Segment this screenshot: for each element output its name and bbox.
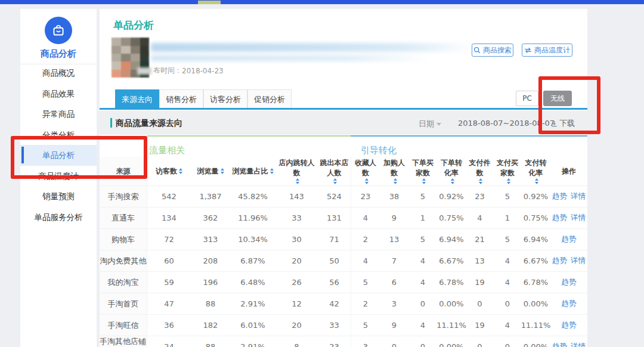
- value-cell: 6.67%: [437, 250, 466, 271]
- convert-group-line: [351, 135, 587, 137]
- source-cell: 手淘旺信: [100, 315, 147, 336]
- value-cell: 0.00%: [521, 336, 550, 347]
- sidebar-item-single-item-analysis[interactable]: 单品分析: [20, 145, 97, 166]
- value-cell: 0.00%: [521, 293, 550, 314]
- value-cell: 47: [147, 293, 191, 314]
- pc-toggle[interactable]: PC: [516, 91, 538, 106]
- source-cell: 我的淘宝: [100, 272, 147, 293]
- detail-link[interactable]: 详情: [571, 191, 586, 202]
- release-time-label: 布时间：: [153, 66, 182, 76]
- value-cell: 10.34%: [230, 229, 275, 250]
- sidebar-item-single-item-service[interactable]: 单品服务分析: [20, 207, 97, 228]
- action-cell: 趋势详情: [550, 250, 587, 271]
- value-cell: 0.00%: [437, 336, 466, 347]
- table-header-cells: 来源访客数浏览量浏览量占比店内跳转人数跳出本店人数收藏人数加购人数下单买家数下单…: [100, 157, 587, 185]
- detail-link[interactable]: 详情: [571, 213, 586, 223]
- trend-link[interactable]: 趋势: [552, 213, 567, 223]
- trend-link[interactable]: 趋势: [552, 256, 567, 266]
- value-cell: 2: [351, 229, 380, 250]
- tab-visitor-analysis[interactable]: 访客分析: [203, 89, 247, 108]
- column-header-4[interactable]: 店内跳转人数: [275, 157, 318, 185]
- sidebar-item-sales-forecast[interactable]: 销量预测: [20, 186, 97, 207]
- trend-link[interactable]: 趋势: [562, 234, 577, 244]
- value-cell: 542: [147, 186, 191, 207]
- value-cell: 6.01%: [230, 315, 275, 336]
- product-thermometer-button[interactable]: 商品温度计: [522, 44, 572, 57]
- trend-link[interactable]: 趋势: [562, 277, 577, 287]
- action-cell: 趋势详情: [550, 207, 587, 228]
- value-cell: 13: [380, 229, 408, 250]
- value-cell: 9: [380, 315, 408, 336]
- source-cell: 手淘首页: [100, 293, 147, 314]
- value-cell: 0.75%: [437, 207, 466, 228]
- value-cell: 38: [380, 186, 408, 207]
- download-button[interactable]: 下载: [551, 118, 575, 129]
- value-cell: 36: [147, 315, 191, 336]
- action-cell: 趋势详情: [550, 186, 587, 207]
- value-cell: 72: [147, 229, 191, 250]
- sidebar-item-product-overview[interactable]: 商品概况: [20, 63, 97, 83]
- value-cell: 6.87%: [230, 250, 275, 271]
- column-header-11[interactable]: 支付买家数: [494, 157, 521, 185]
- value-cell: 0: [494, 336, 521, 347]
- detail-link[interactable]: 详情: [571, 342, 586, 347]
- sort-arrows-icon: [221, 168, 224, 174]
- value-cell: 60: [147, 250, 191, 271]
- value-cell: 19: [466, 315, 494, 336]
- value-cell: 4: [466, 207, 494, 228]
- column-header-6[interactable]: 收藏人数: [351, 157, 380, 185]
- value-cell: 4: [408, 250, 437, 271]
- trend-link[interactable]: 趋势: [552, 342, 567, 347]
- column-header-10[interactable]: 支付件数: [466, 157, 494, 185]
- column-header-9[interactable]: 下单转化率: [437, 157, 466, 185]
- column-header-1[interactable]: 访客数: [147, 157, 191, 185]
- value-cell: 5: [408, 229, 437, 250]
- source-cell: 手淘其他店铺商品: [100, 336, 147, 347]
- section-accent-bar: [110, 118, 112, 128]
- value-cell: 19: [466, 272, 494, 293]
- date-range-value[interactable]: 2018-08-07~2018-08-07: [458, 119, 555, 128]
- value-cell: 1: [408, 207, 437, 228]
- column-header-12[interactable]: 支付转化率: [521, 157, 550, 185]
- table-row: 手淘其他店铺商品24882.91%8233000.00%000.00%趋势详情: [100, 336, 587, 347]
- sidebar-item-abnormal-products[interactable]: 异常商品: [20, 104, 97, 125]
- product-search-label: 商品搜索: [483, 45, 512, 55]
- column-header-7[interactable]: 加购人数: [380, 157, 408, 185]
- column-header-8[interactable]: 下单买家数: [408, 157, 437, 185]
- column-header-2[interactable]: 浏览量: [191, 157, 230, 185]
- trend-link[interactable]: 趋势: [562, 299, 577, 309]
- action-cell: 趋势: [550, 293, 587, 314]
- sort-arrows-icon: [394, 178, 397, 184]
- column-header-5[interactable]: 跳出本店人数: [318, 157, 351, 185]
- trend-link[interactable]: 趋势: [552, 191, 567, 202]
- value-cell: 2.91%: [230, 336, 275, 347]
- search-icon: [473, 47, 481, 54]
- sidebar-item-product-effect[interactable]: 商品效果: [20, 83, 97, 104]
- value-cell: 3: [351, 336, 380, 347]
- date-dropdown[interactable]: 日期: [419, 119, 441, 129]
- table-row: 淘内免费其他602086.87%20504746.67%1346.67%趋势详情: [100, 250, 587, 271]
- trend-link[interactable]: 趋势: [562, 320, 577, 330]
- value-cell: 143: [275, 186, 318, 207]
- value-cell: 134: [147, 207, 191, 228]
- release-time-value: 2018-04-23: [182, 67, 224, 75]
- column-header-3[interactable]: 浏览量占比: [230, 157, 275, 185]
- value-cell: 5: [494, 186, 521, 207]
- sidebar-nav: 商品概况 商品效果 异常商品 分类分析 单品分析 商品温度计 销量预测 单品服务…: [20, 63, 97, 227]
- value-cell: 208: [191, 250, 230, 271]
- sort-arrows-icon: [507, 178, 510, 184]
- sort-arrows-icon: [422, 178, 426, 184]
- value-cell: 11.11%: [437, 315, 466, 336]
- tab-source-destination[interactable]: 来源去向: [115, 89, 159, 108]
- sidebar-item-product-thermometer[interactable]: 商品温度计: [20, 166, 97, 187]
- sidebar-item-category-analysis[interactable]: 分类分析: [20, 125, 97, 145]
- detail-link[interactable]: 详情: [571, 256, 586, 266]
- wireless-toggle[interactable]: 无线: [543, 91, 572, 106]
- value-cell: 88: [191, 293, 230, 314]
- tab-promotion-analysis[interactable]: 促销分析: [247, 89, 292, 108]
- section-header-row: 商品流量来源去向 日期 2018-08-07~2018-08-07 下载: [100, 111, 587, 135]
- table-row: 手淘旺信361826.01%203359411.11%19411.11%趋势: [100, 314, 587, 336]
- product-search-button[interactable]: 商品搜索: [472, 44, 513, 57]
- value-cell: 20: [275, 315, 318, 336]
- tab-sales-analysis[interactable]: 销售分析: [159, 89, 203, 108]
